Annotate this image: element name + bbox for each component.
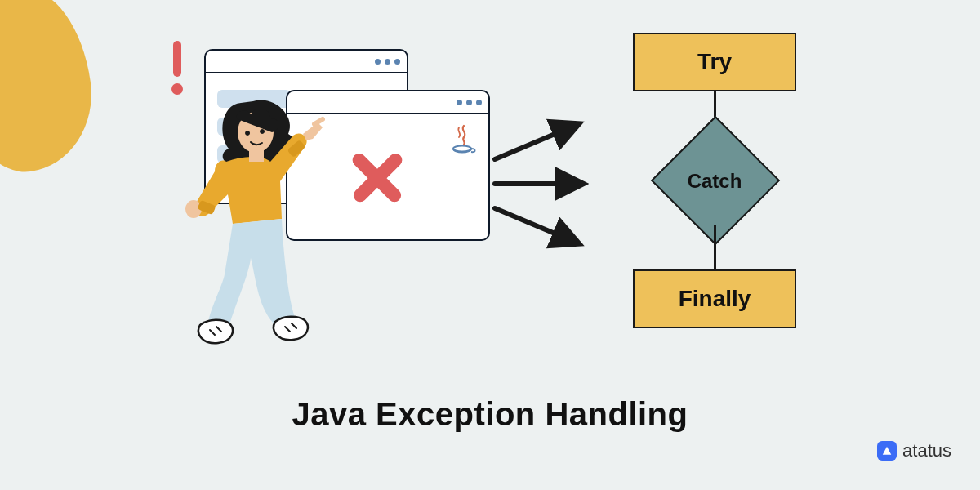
flow-label-try: Try xyxy=(697,49,732,75)
svg-rect-6 xyxy=(249,150,264,162)
window-dot-icon xyxy=(457,100,462,105)
flow-connector xyxy=(714,225,716,270)
window-dot-icon xyxy=(394,59,400,65)
flow-box-try: Try xyxy=(633,33,796,91)
java-cup-icon xyxy=(448,124,480,157)
svg-rect-3 xyxy=(173,41,181,77)
flow-label-catch: Catch xyxy=(612,170,817,193)
svg-line-12 xyxy=(495,124,578,159)
brand-logo-icon xyxy=(877,441,897,461)
brand: atatus xyxy=(877,440,951,461)
window-dot-icon xyxy=(476,100,482,105)
flow-box-finally: Finally xyxy=(633,270,796,328)
svg-line-14 xyxy=(495,208,578,243)
brand-name: atatus xyxy=(902,440,951,461)
window-dot-icon xyxy=(375,59,381,65)
person-illustration xyxy=(151,80,372,350)
window-dot-icon xyxy=(385,59,390,65)
flow-label-finally: Finally xyxy=(679,286,751,312)
decorative-blob xyxy=(0,0,102,180)
window-back-titlebar xyxy=(206,51,407,74)
window-dot-icon xyxy=(466,100,472,105)
page-title: Java Exception Handling xyxy=(0,396,980,433)
three-arrows-icon xyxy=(488,114,590,253)
flowchart: Try Catch Finally xyxy=(612,33,817,335)
error-illustration xyxy=(163,41,490,335)
